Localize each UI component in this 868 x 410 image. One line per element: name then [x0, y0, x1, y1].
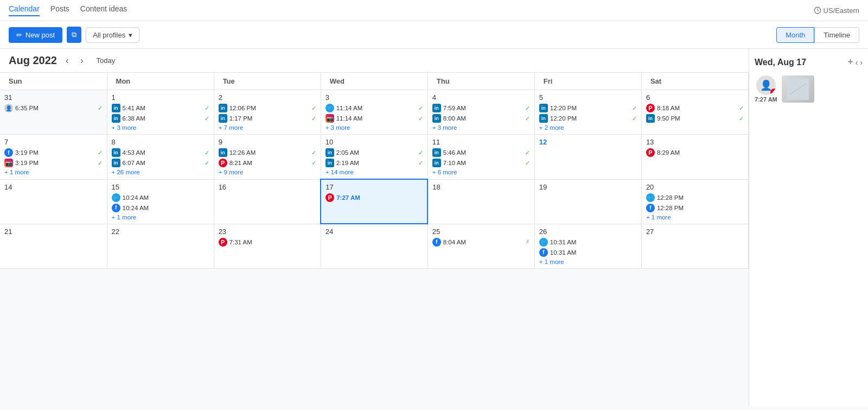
timeline-view-button[interactable]: Timeline — [814, 27, 859, 43]
day-25[interactable]: 25 f8:04 AM✗ — [427, 224, 534, 268]
profiles-dropdown[interactable]: All profiles ▾ — [86, 27, 139, 43]
day-21[interactable]: 21 — [0, 224, 107, 268]
more-link[interactable]: + 3 more — [432, 124, 530, 131]
day-16[interactable]: 16 — [214, 179, 321, 224]
post-item[interactable]: P7:27 AM — [326, 193, 423, 202]
more-link[interactable]: + 6 more — [432, 169, 530, 175]
more-link[interactable]: + 1 more — [646, 214, 744, 220]
new-post-button[interactable]: ✏ New post — [9, 27, 62, 43]
more-link[interactable]: + 1 more — [112, 214, 209, 220]
tab-calendar[interactable]: Calendar — [9, 4, 40, 16]
tab-posts[interactable]: Posts — [50, 4, 69, 16]
post-item[interactable]: 🐦10:24 AM — [112, 193, 209, 202]
day-4[interactable]: 4 in7:59 AM✓ in8:00 AM✓ + 3 more — [427, 90, 534, 135]
post-item[interactable]: P8:29 AM — [646, 148, 744, 157]
day-13[interactable]: 13 P8:29 AM — [641, 135, 748, 180]
day-2[interactable]: 2 in12:06 PM✓ in1:17 PM✓ + 7 more — [214, 90, 321, 135]
day-1[interactable]: 1 in5:41 AM✓ in6:38 AM✓ + 3 more — [107, 90, 214, 135]
day-14[interactable]: 14 — [0, 179, 107, 224]
post-item[interactable]: 📷11:14 AM✓ — [326, 114, 423, 123]
more-link[interactable]: + 2 more — [539, 124, 637, 131]
linkedin-icon: in — [112, 114, 120, 123]
sidebar-add-button[interactable]: + — [847, 56, 853, 68]
post-item[interactable]: in2:05 AM✓ — [326, 148, 423, 157]
day-24[interactable]: 24 — [321, 224, 427, 268]
day-20[interactable]: 20 🐦12:28 PM f12:28 PM + 1 more — [641, 179, 748, 224]
post-item[interactable]: f8:04 AM✗ — [432, 238, 530, 247]
post-item[interactable]: in2:19 AM✓ — [326, 159, 423, 167]
day-23[interactable]: 23 P7:31 AM — [214, 224, 321, 268]
post-item[interactable]: in8:00 AM✓ — [432, 114, 530, 123]
post-item[interactable]: P7:31 AM — [219, 238, 316, 247]
next-month-button[interactable]: › — [77, 55, 86, 67]
post-item[interactable]: f12:28 PM — [646, 204, 744, 212]
post-item[interactable]: in4:53 AM✓ — [112, 148, 209, 157]
more-link[interactable]: + 3 more — [326, 124, 423, 131]
post-item[interactable]: f10:24 AM — [112, 204, 209, 212]
sidebar-prev-button[interactable]: ‹ — [856, 58, 858, 67]
post-item[interactable]: in12:06 PM✓ — [219, 104, 316, 112]
day-27[interactable]: 27 — [641, 224, 748, 268]
post-item[interactable]: 📷3:19 PM✓ — [4, 159, 103, 167]
post-item[interactable]: f10:31 AM — [539, 248, 637, 257]
post-item[interactable]: in7:59 AM✓ — [432, 104, 530, 112]
post-item[interactable]: in12:20 PM✓ — [539, 104, 637, 112]
day-8[interactable]: 8 in4:53 AM✓ in6:07 AM✓ + 26 more — [107, 135, 214, 180]
post-item[interactable]: in12:20 PM✓ — [539, 114, 637, 123]
top-nav: Calendar Posts Content ideas US/Eastern — [0, 0, 868, 21]
day-19[interactable]: 19 — [534, 179, 641, 224]
linkedin-icon: in — [432, 148, 441, 157]
day-26[interactable]: 26 🐦10:31 AM f10:31 AM + 1 more — [534, 224, 641, 268]
post-item[interactable]: in5:46 AM✓ — [432, 148, 530, 157]
sidebar-post-item[interactable]: 👤 P 7:27 AM — [755, 72, 863, 106]
header-wed: Wed — [321, 73, 427, 90]
user-icon: 👤 — [4, 104, 13, 112]
post-item[interactable]: 🐦12:28 PM — [646, 193, 744, 202]
post-item[interactable]: in6:38 AM✓ — [112, 114, 209, 123]
post-item[interactable]: P8:18 AM✓ — [646, 104, 744, 112]
day-18[interactable]: 18 — [427, 179, 534, 224]
day-22[interactable]: 22 — [107, 224, 214, 268]
instagram-icon: 📷 — [4, 159, 13, 167]
post-item[interactable]: f3:19 PM✓ — [4, 148, 103, 157]
facebook-icon: f — [646, 204, 655, 212]
tab-content-ideas[interactable]: Content ideas — [80, 4, 127, 16]
day-12[interactable]: 12 — [534, 135, 641, 180]
post-item[interactable]: 👤 6:35 PM ✓ — [4, 104, 103, 112]
day-7[interactable]: 7 f3:19 PM✓ 📷3:19 PM✓ + 1 more — [0, 135, 107, 180]
day-6[interactable]: 6 P8:18 AM✓ in9:50 PM✓ — [641, 90, 748, 135]
calendar-main: Aug 2022 ‹ › Today Sun Mon Tue Wed Thu F… — [0, 49, 749, 407]
day-5[interactable]: 5 in12:20 PM✓ in12:20 PM✓ + 2 more — [534, 90, 641, 135]
day-3[interactable]: 3 🐦11:14 AM✓ 📷11:14 AM✓ + 3 more — [321, 90, 427, 135]
today-button[interactable]: Today — [92, 54, 120, 67]
month-view-button[interactable]: Month — [776, 27, 814, 43]
more-link[interactable]: + 3 more — [112, 124, 209, 131]
post-item[interactable]: 🐦10:31 AM — [539, 238, 637, 247]
post-item[interactable]: in6:07 AM✓ — [112, 159, 209, 167]
day-9[interactable]: 9 in12:26 AM✓ P8:21 AM✓ + 9 more — [214, 135, 321, 180]
post-item[interactable]: in1:17 PM✓ — [219, 114, 316, 123]
more-link[interactable]: + 7 more — [219, 124, 316, 131]
day-15[interactable]: 15 🐦10:24 AM f10:24 AM + 1 more — [107, 179, 214, 224]
post-item[interactable]: 🐦11:14 AM✓ — [326, 104, 423, 112]
sidebar-date-title: Wed, Aug 17 — [755, 58, 806, 67]
more-link[interactable]: + 1 more — [539, 258, 637, 265]
post-item[interactable]: in9:50 PM✓ — [646, 114, 744, 123]
pinterest-icon: P — [646, 148, 655, 157]
post-item[interactable]: in12:26 AM✓ — [219, 148, 316, 157]
more-link[interactable]: + 9 more — [219, 169, 316, 175]
more-link[interactable]: + 14 more — [326, 169, 423, 175]
post-item[interactable]: in7:10 AM✓ — [432, 159, 530, 167]
header-sat: Sat — [641, 73, 748, 90]
post-item[interactable]: in5:41 AM✓ — [112, 104, 209, 112]
copy-button[interactable]: ⧉ — [67, 27, 81, 43]
sidebar-next-button[interactable]: › — [860, 58, 863, 67]
more-link[interactable]: + 26 more — [112, 169, 209, 175]
prev-month-button[interactable]: ‹ — [62, 55, 72, 67]
day-17-today[interactable]: 17 P7:27 AM — [321, 179, 427, 224]
day-31[interactable]: 31 👤 6:35 PM ✓ — [0, 90, 107, 135]
post-item[interactable]: P8:21 AM✓ — [219, 159, 316, 167]
more-link[interactable]: + 1 more — [4, 169, 103, 175]
day-10[interactable]: 10 in2:05 AM✓ in2:19 AM✓ + 14 more — [321, 135, 427, 180]
day-11[interactable]: 11 in5:46 AM✓ in7:10 AM✓ + 6 more — [427, 135, 534, 180]
